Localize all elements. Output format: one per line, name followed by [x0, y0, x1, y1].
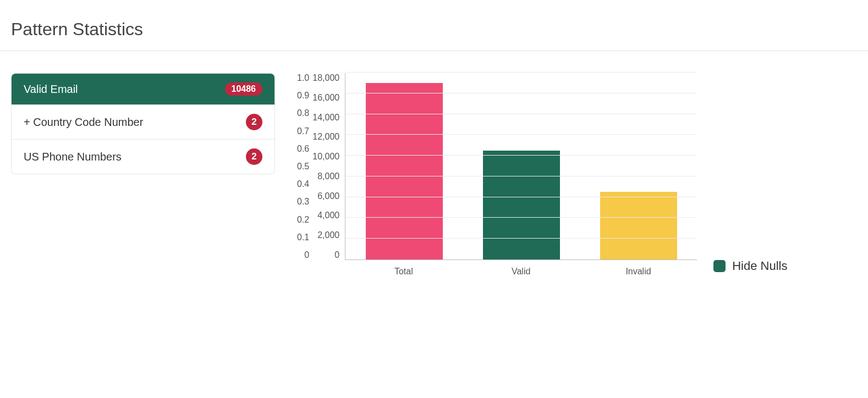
legend-hide-nulls[interactable]: Hide Nulls — [713, 259, 787, 273]
pattern-item-us-phone-numbers[interactable]: US Phone Numbers 2 — [12, 140, 274, 174]
pattern-list: Valid Email 10486 + Country Code Number … — [11, 73, 275, 174]
y-tick-right: 18,000 — [312, 73, 339, 83]
plot — [345, 73, 697, 260]
plot-box: TotalValidInvalid — [345, 73, 697, 277]
legend-swatch — [713, 260, 726, 272]
y-tick-right: 0 — [312, 250, 339, 260]
chart-wrapper: 1.00.90.80.70.60.50.40.30.20.10 18,00016… — [297, 73, 697, 277]
grid-line — [345, 155, 697, 156]
y-tick-right: 12,000 — [312, 132, 339, 142]
y-tick-right: 4,000 — [312, 211, 339, 220]
content-row: Valid Email 10486 + Country Code Number … — [0, 73, 868, 277]
y-tick-left: 0.9 — [297, 91, 309, 101]
y-tick-right: 2,000 — [312, 230, 339, 240]
grid-line — [345, 197, 697, 197]
y-tick-left: 0.8 — [297, 108, 309, 118]
y-tick-left: 0.4 — [297, 179, 309, 189]
y-tick-right: 14,000 — [312, 113, 339, 123]
y-tick-left: 0.2 — [297, 215, 309, 225]
grid-line — [345, 72, 697, 73]
grid-line — [345, 176, 697, 176]
pattern-item-label: US Phone Numbers — [24, 151, 246, 163]
y-tick-left: 0.3 — [297, 197, 309, 207]
pattern-item-label: Valid Email — [24, 83, 225, 96]
y-tick-left: 0 — [297, 250, 309, 260]
chart-area: 1.00.90.80.70.60.50.40.30.20.10 18,00016… — [297, 73, 787, 277]
y-tick-left: 1.0 — [297, 73, 309, 83]
grid-line — [345, 93, 697, 93]
pattern-item-count-badge: 2 — [246, 114, 262, 130]
x-tick-label: Valid — [482, 267, 559, 277]
y-tick-right: 8,000 — [312, 172, 339, 181]
divider — [0, 51, 868, 51]
legend-label: Hide Nulls — [732, 259, 787, 273]
x-tick-label: Invalid — [600, 267, 677, 277]
pattern-item-count-badge: 10486 — [225, 82, 263, 96]
x-axis-labels: TotalValidInvalid — [345, 267, 697, 277]
y-axis-left: 1.00.90.80.70.60.50.40.30.20.10 — [297, 73, 312, 260]
page-title: Pattern Statistics — [0, 0, 868, 51]
grid-line — [345, 238, 697, 239]
y-tick-left: 0.6 — [297, 144, 309, 154]
y-axis-right: 18,00016,00014,00012,00010,0008,0006,000… — [312, 73, 345, 260]
bar-valid — [483, 151, 560, 259]
y-tick-left: 0.5 — [297, 162, 309, 172]
grid-line — [345, 114, 697, 114]
y-tick-left: 0.7 — [297, 126, 309, 136]
y-tick-left: 0.1 — [297, 233, 309, 242]
grid-line — [345, 134, 697, 135]
y-tick-right: 16,000 — [312, 93, 339, 103]
y-tick-right: 10,000 — [312, 152, 339, 162]
pattern-item-count-badge: 2 — [246, 148, 262, 165]
bars-container — [345, 73, 697, 259]
bar-invalid — [600, 192, 677, 259]
pattern-item-label: + Country Code Number — [24, 116, 246, 129]
pattern-item-country-code-number[interactable]: + Country Code Number 2 — [12, 105, 274, 140]
x-tick-label: Total — [365, 267, 442, 277]
grid-line — [345, 217, 697, 218]
y-tick-right: 6,000 — [312, 191, 339, 201]
bar-total — [366, 83, 443, 259]
pattern-item-valid-email[interactable]: Valid Email 10486 — [12, 74, 274, 105]
